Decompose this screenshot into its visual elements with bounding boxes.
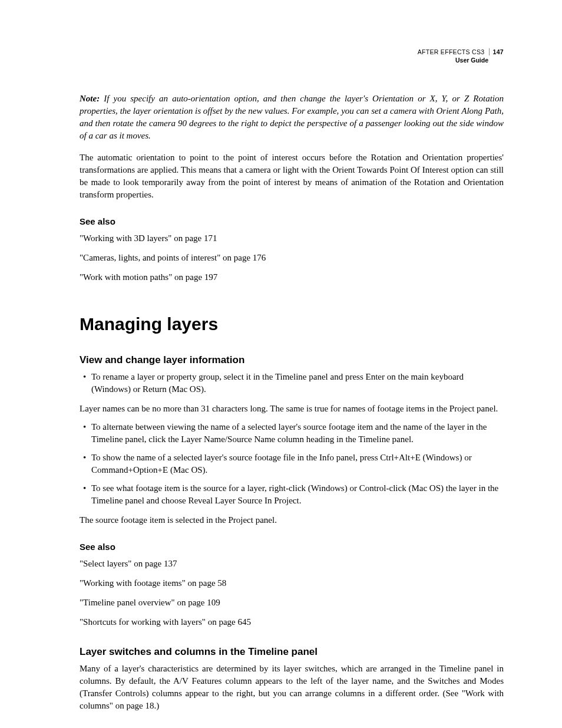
list-item: To show the name of a selected layer's s… — [80, 452, 504, 476]
cross-reference: "Select layers" on page 137 — [80, 558, 504, 570]
subsection-heading: Layer switches and columns in the Timeli… — [80, 645, 504, 659]
note-text: If you specify an auto-orientation optio… — [80, 94, 504, 140]
body-paragraph: The automatic orientation to point to th… — [80, 151, 504, 201]
cross-reference: "Working with 3D layers" on page 171 — [80, 232, 504, 245]
see-also-heading: See also — [80, 215, 504, 228]
page-header: AFTER EFFECTS CS3 147 User Guide — [80, 48, 504, 64]
list-item: To alternate between viewing the name of… — [80, 421, 504, 446]
subsection-heading: View and change layer information — [80, 353, 504, 367]
cross-reference: "Work with motion paths" on page 197 — [80, 271, 504, 284]
cross-reference: "Working with footage items" on page 58 — [80, 577, 504, 589]
body-paragraph: The source footage item is selected in t… — [80, 514, 504, 526]
page-content: AFTER EFFECTS CS3 147 User Guide Note: I… — [0, 0, 562, 728]
note-paragraph: Note: If you specify an auto-orientation… — [80, 93, 504, 142]
list-item: To rename a layer or property group, sel… — [80, 371, 504, 396]
header-product-line: AFTER EFFECTS CS3 147 — [80, 48, 504, 57]
header-subtitle: User Guide — [80, 57, 504, 65]
bullet-list: To alternate between viewing the name of… — [80, 421, 504, 507]
bullet-list: To rename a layer or property group, sel… — [80, 371, 504, 396]
cross-reference: "Shortcuts for working with layers" on p… — [80, 616, 504, 628]
see-also-heading: See also — [80, 541, 504, 553]
list-item: To see what footage item is the source f… — [80, 482, 504, 507]
cross-reference: "Timeline panel overview" on page 109 — [80, 597, 504, 609]
body-paragraph: Layer names can be no more than 31 chara… — [80, 403, 504, 415]
product-name: AFTER EFFECTS CS3 — [418, 48, 485, 55]
note-label: Note: — [80, 94, 100, 103]
page-number: 147 — [489, 48, 504, 55]
section-heading: Managing layers — [80, 312, 504, 337]
cross-reference: "Cameras, lights, and points of interest… — [80, 252, 504, 264]
body-paragraph: Many of a layer's characteristics are de… — [80, 663, 504, 712]
